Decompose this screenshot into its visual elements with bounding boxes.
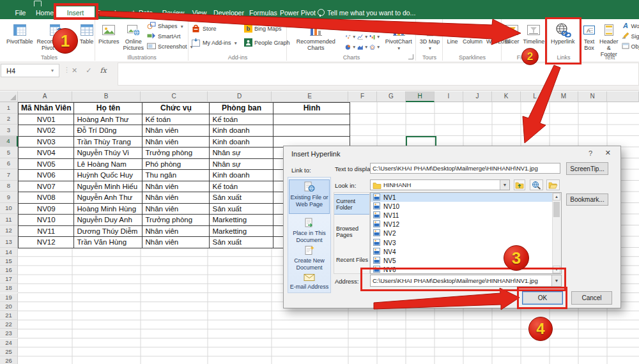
row-number-11[interactable]: 11: [0, 214, 18, 225]
table-cell[interactable]: Nhân viên: [142, 203, 210, 215]
online-pictures-button[interactable]: Online Pictures: [123, 20, 145, 52]
table-cell[interactable]: Kế toán: [142, 114, 210, 125]
row-number-24[interactable]: 24: [0, 338, 18, 347]
table-cell[interactable]: [273, 125, 350, 137]
row-number-4[interactable]: 4: [0, 136, 18, 148]
sidebar-item-place-in-this-document[interactable]: Place in This Document: [289, 216, 330, 242]
table-cell[interactable]: Hoàng Minh Hùng: [74, 203, 142, 215]
table-cell[interactable]: Kinh doanh: [210, 125, 273, 137]
mini-hier-chart-button[interactable]: ▼: [369, 22, 381, 31]
tab-developer[interactable]: Developer: [212, 6, 245, 19]
dialog-close-icon[interactable]: ✕: [605, 149, 611, 157]
folder-up-button[interactable]: [514, 179, 525, 190]
row-number-25[interactable]: 25: [0, 347, 18, 356]
table-cell[interactable]: Nhân viên: [142, 192, 210, 204]
mini-water-chart-button[interactable]: ▼: [369, 32, 381, 42]
sig-button[interactable]: Sig: [622, 32, 639, 41]
row-number-13[interactable]: 13: [0, 236, 18, 248]
table-cell[interactable]: Kinh doanh: [210, 136, 273, 148]
file-item-nv4[interactable]: NV4: [371, 247, 561, 256]
tab-file[interactable]: File: [9, 6, 32, 19]
row-number-10[interactable]: 10: [0, 203, 18, 215]
screentip-button[interactable]: ScreenTip...: [566, 162, 608, 175]
charts-dialog-launcher-icon[interactable]: [408, 54, 413, 59]
table-cell[interactable]: NV10: [19, 215, 74, 226]
column-header-H[interactable]: H: [406, 91, 435, 102]
column-header-M[interactable]: M: [550, 91, 578, 102]
my-add-ins-button[interactable]: My Add-ins▼: [191, 38, 238, 47]
bookmark-button[interactable]: Bookmark...: [566, 193, 608, 206]
browse-web-button[interactable]: [530, 179, 543, 190]
line-button[interactable]: Line: [445, 20, 459, 45]
people-graph-button[interactable]: People Graph: [244, 38, 290, 47]
table-cell[interactable]: Thu ngân: [142, 170, 210, 181]
nav-item-recent-files[interactable]: Recent Files: [334, 252, 369, 268]
tab-formulas[interactable]: Formulas: [248, 6, 279, 19]
row-number-19[interactable]: 19: [0, 293, 18, 302]
confirm-entry-icon[interactable]: ✓: [86, 66, 91, 75]
column-header-A[interactable]: A: [18, 91, 72, 102]
look-in-combo[interactable]: HINHANH ▼: [370, 179, 510, 190]
shapes-button[interactable]: Shapes▼: [147, 22, 194, 31]
row-number-5[interactable]: 5: [0, 147, 18, 158]
table-cell[interactable]: NV02: [19, 125, 74, 137]
row-number-26[interactable]: 26: [0, 356, 18, 364]
row-number-8[interactable]: 8: [0, 181, 18, 192]
smartart-button[interactable]: SmartArt: [147, 32, 194, 41]
column-header-B[interactable]: B: [72, 91, 141, 102]
wo-button[interactable]: AWo: [622, 22, 639, 31]
mini-radar-chart-button[interactable]: ▼: [369, 42, 381, 52]
tab-data[interactable]: Data: [135, 6, 156, 19]
mini-bar-chart-button[interactable]: ▼: [357, 22, 369, 31]
store-button[interactable]: Store: [191, 24, 238, 33]
tab-insert[interactable]: Insert: [56, 6, 95, 19]
formula-input[interactable]: [118, 63, 639, 86]
table-cell[interactable]: Trần Thùy Trang: [74, 136, 142, 148]
bing-maps-button[interactable]: bBing Maps: [244, 24, 290, 33]
table-cell[interactable]: NV05: [19, 158, 74, 170]
table-header-cell[interactable]: Mã Nhân Viên: [19, 103, 74, 114]
pivotchart-button[interactable]: PivotChart ▼: [383, 20, 414, 52]
table-cell[interactable]: Lê Hoàng Nam: [74, 158, 142, 170]
table-cell[interactable]: Nguyễn Thúy Vi: [74, 148, 142, 159]
table-cell[interactable]: Nhân viên: [142, 125, 210, 137]
table-cell[interactable]: Nhân viên: [142, 237, 210, 248]
table-cell[interactable]: [273, 114, 350, 125]
look-in-dropdown-icon[interactable]: ▼: [500, 180, 509, 190]
tab-view[interactable]: View: [189, 6, 210, 19]
recommended-charts-button[interactable]: Recommended Charts: [289, 20, 343, 52]
scroll-up-icon[interactable]: ▲: [553, 193, 560, 201]
table-cell[interactable]: Marketting: [210, 225, 273, 237]
nav-item-current-folder[interactable]: Current Folder: [334, 194, 369, 215]
table-cell[interactable]: Nhân sự: [210, 148, 273, 159]
mini-scatter-chart-button[interactable]: ▼: [345, 32, 357, 42]
sidebar-item-existing-file-or-web-page[interactable]: Existing File or Web Page: [289, 179, 330, 214]
scroll-down-icon[interactable]: ▼: [553, 266, 560, 273]
sidebar-item-create-new-document[interactable]: Create New Document: [289, 244, 330, 269]
file-item-nv11[interactable]: NV11: [371, 211, 561, 220]
row-number-17[interactable]: 17: [0, 275, 18, 284]
table-cell[interactable]: Kế toán: [210, 181, 273, 192]
row-number-1[interactable]: 1: [0, 102, 18, 114]
recommended-pivottables-button[interactable]: ?Recommended PivotTables: [36, 20, 77, 52]
table-cell[interactable]: Đỗ Trí Dũng: [74, 125, 142, 137]
table-cell[interactable]: Sản xuất: [210, 192, 273, 204]
tab-home[interactable]: Home: [33, 6, 56, 19]
column-header-I[interactable]: I: [435, 91, 463, 102]
nav-item-browsed-pages[interactable]: Browsed Pages: [334, 224, 369, 240]
row-number-3[interactable]: 3: [0, 125, 18, 136]
dialog-help-button[interactable]: ?: [589, 149, 592, 157]
table-cell[interactable]: Trần Văn Hùng: [74, 237, 142, 248]
file-item-nv12[interactable]: NV12: [371, 220, 561, 229]
table-header-cell[interactable]: Phòng ban: [210, 103, 273, 114]
table-header-cell[interactable]: Họ tên: [74, 103, 142, 114]
table-button[interactable]: Table: [79, 20, 95, 45]
table-header-cell[interactable]: Hình: [273, 103, 350, 114]
table-cell[interactable]: Kế toán: [210, 114, 273, 125]
browse-file-button[interactable]: [546, 179, 560, 190]
file-item-nv10[interactable]: NV10: [371, 202, 561, 211]
row-number-23[interactable]: 23: [0, 329, 18, 338]
address-dropdown-icon[interactable]: ▼: [551, 275, 561, 286]
table-cell[interactable]: NV09: [19, 203, 74, 215]
column-header-D[interactable]: D: [208, 91, 272, 102]
